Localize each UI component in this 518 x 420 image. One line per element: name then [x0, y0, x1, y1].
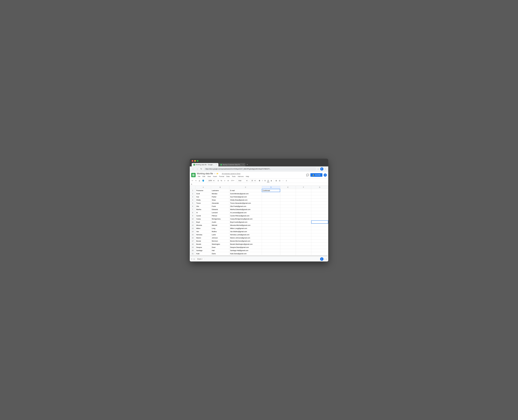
cell-e5[interactable]	[280, 202, 296, 205]
user-avatar[interactable]: K	[320, 167, 323, 171]
cell-f15[interactable]	[296, 233, 311, 236]
cell-d3[interactable]	[262, 195, 280, 198]
col-header-b[interactable]: B	[211, 186, 229, 189]
strikethrough-button[interactable]: S	[264, 179, 266, 182]
cell-a14[interactable]: Van	[196, 230, 211, 233]
cell-c1[interactable]: E-mail	[229, 189, 262, 192]
cell-a2[interactable]: Scott	[196, 192, 211, 195]
cell-c16[interactable]: Marlon.Johnson@gmail.com	[229, 236, 262, 239]
cell-e20[interactable]	[280, 249, 296, 252]
close-window-button[interactable]	[192, 160, 193, 162]
cell-c3[interactable]: Sue.Parker@gmail.com	[229, 195, 262, 198]
cell-a7[interactable]: Martha	[196, 208, 211, 211]
row-header-1[interactable]: 1	[190, 189, 196, 192]
cell-a8[interactable]: Al	[196, 211, 211, 214]
row-header-17[interactable]: 17	[190, 239, 196, 242]
cell-f3[interactable]	[296, 195, 311, 198]
cell-c19[interactable]: Dwayne.Dean@gmail.com	[229, 246, 262, 249]
cell-f14[interactable]	[296, 230, 311, 233]
cell-g21[interactable]	[311, 252, 328, 255]
cell-e13[interactable]	[280, 227, 296, 230]
row-header-13[interactable]: 13	[190, 227, 196, 230]
cell-b20[interactable]: Hall	[211, 249, 229, 252]
cell-b17[interactable]: Morrison	[211, 239, 229, 242]
cell-d10[interactable]	[262, 217, 280, 220]
cell-b2[interactable]: Mendez	[211, 192, 229, 195]
cell-a10[interactable]: Casey	[196, 217, 211, 220]
decrease-decimal-button[interactable]: .0	[223, 180, 226, 182]
cell-d21[interactable]	[262, 252, 280, 255]
cell-f21[interactable]	[296, 252, 311, 255]
cell-d6[interactable]	[262, 205, 280, 208]
cell-g9[interactable]	[311, 214, 328, 217]
cell-f10[interactable]	[296, 217, 311, 220]
menu-insert[interactable]: Insert	[212, 175, 218, 178]
cell-c8[interactable]: Al.Leonard@gmail.com	[229, 211, 262, 214]
cell-a4[interactable]: Shelly	[196, 198, 211, 202]
cell-g19[interactable]	[311, 246, 328, 249]
cell-b11[interactable]: Austin	[211, 220, 229, 224]
cell-g15[interactable]	[311, 233, 328, 236]
cell-g17[interactable]	[311, 239, 328, 242]
cell-d13[interactable]	[262, 227, 280, 230]
menu-format[interactable]: Format	[218, 175, 225, 178]
cell-g18[interactable]	[311, 242, 328, 246]
cell-a17[interactable]: Bessie	[196, 239, 211, 242]
row-header-10[interactable]: 10	[190, 217, 196, 220]
cell-c5[interactable]: Trevor.Alexander@gmail.com	[229, 202, 262, 205]
cell-c4[interactable]: Shelly.Shaw@gmail.com	[229, 198, 262, 202]
cell-f9[interactable]	[296, 214, 311, 217]
tab-1-close[interactable]: ✕	[216, 164, 217, 165]
cell-f20[interactable]	[296, 249, 311, 252]
cell-f16[interactable]	[296, 236, 311, 239]
cell-e17[interactable]	[280, 239, 296, 242]
maximize-window-button[interactable]	[197, 160, 198, 162]
forward-button[interactable]: →	[196, 168, 199, 170]
number-format-button[interactable]: 123 ▾	[230, 179, 235, 182]
cell-e12[interactable]	[280, 224, 296, 227]
cell-d2[interactable]	[262, 192, 280, 195]
zoom-select[interactable]: 100% 75% 50%	[207, 179, 215, 182]
cell-a6[interactable]: Otis	[196, 205, 211, 208]
redo-button[interactable]: ↪	[194, 179, 197, 182]
row-header-6[interactable]: 6	[190, 205, 196, 208]
italic-button[interactable]: I	[261, 179, 263, 182]
cell-b13[interactable]: Long	[211, 227, 229, 230]
cell-d15[interactable]	[262, 233, 280, 236]
cell-e9[interactable]	[280, 214, 296, 217]
cell-d18[interactable]	[262, 242, 280, 246]
cell-e6[interactable]	[280, 205, 296, 208]
formula-input[interactable]	[193, 183, 327, 185]
cell-d17[interactable]	[262, 239, 280, 242]
menu-view[interactable]: View	[206, 175, 212, 178]
row-header-2[interactable]: 2	[190, 192, 196, 195]
cell-c20[interactable]: Santiago.Hall@gmail.com	[229, 249, 262, 252]
undo-button[interactable]: ↩	[191, 179, 194, 182]
cell-c10[interactable]: Casey.Montgomery@gmail.com	[229, 217, 262, 220]
sheets-user-avatar[interactable]: K	[324, 173, 327, 177]
cell-d8[interactable]	[262, 211, 280, 214]
cell-b18[interactable]: Washington	[211, 242, 229, 246]
cell-g14[interactable]	[311, 230, 328, 233]
cell-c11[interactable]: Boyd.Austin@gmail.com	[229, 220, 262, 224]
cell-a13[interactable]: Milton	[196, 227, 211, 230]
cell-a3[interactable]: Sue	[196, 195, 211, 198]
font-size-select[interactable]: 10 12 14	[250, 179, 256, 182]
menu-tools[interactable]: Tools	[231, 175, 236, 178]
cell-g8[interactable]	[311, 211, 328, 214]
cell-c12[interactable]: Miranda.Mitchell@gmail.com	[229, 224, 262, 227]
cell-g13[interactable]	[311, 227, 328, 230]
cell-c13[interactable]: Milton.Long@gmail.com	[229, 227, 262, 230]
cell-a15[interactable]: Nicholas	[196, 233, 211, 236]
cell-a20[interactable]: Santiago	[196, 249, 211, 252]
menu-data[interactable]: Data	[225, 175, 231, 178]
row-header-9[interactable]: 9	[190, 214, 196, 217]
cell-g1[interactable]	[311, 189, 328, 192]
cell-f11[interactable]	[296, 220, 311, 224]
cell-d1[interactable]: Confirmed	[262, 189, 280, 192]
add-sheet-button[interactable]: +	[191, 258, 192, 260]
fill-color-button[interactable]: ◈	[270, 179, 273, 182]
row-header-18[interactable]: 18	[190, 242, 196, 246]
horizontal-scrollbar[interactable]	[190, 255, 327, 256]
cell-d20[interactable]	[262, 249, 280, 252]
